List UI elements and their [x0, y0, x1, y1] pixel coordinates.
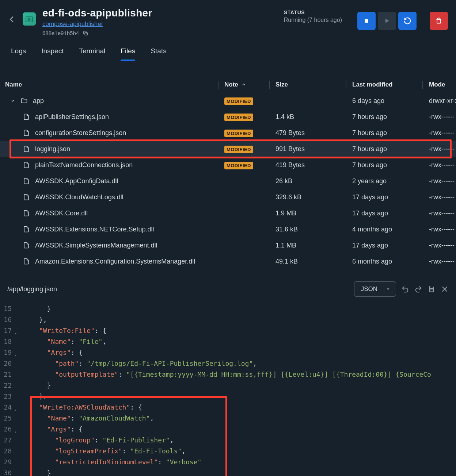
col-size[interactable]: Size	[276, 81, 352, 88]
svg-marker-8	[385, 19, 389, 23]
file-table: Name Note Size Last modified Mode appMOD…	[0, 77, 456, 269]
compose-link[interactable]: compose-apipublisher	[42, 20, 103, 28]
mode-cell: -rwx------	[429, 145, 456, 153]
modified-cell: 2 years ago	[352, 177, 429, 185]
folder-name-cell[interactable]: app	[5, 97, 224, 105]
back-button[interactable]	[8, 15, 16, 23]
file-name-cell[interactable]: configurationStoreSettings.json	[5, 129, 224, 137]
copy-icon[interactable]	[83, 30, 88, 36]
tab-terminal[interactable]: Terminal	[79, 47, 105, 60]
editor-path: /app/logging.json	[7, 285, 57, 293]
start-button[interactable]	[378, 12, 396, 30]
modified-cell: 4 months ago	[352, 226, 429, 233]
modified-cell: 7 hours ago	[352, 161, 429, 169]
size-cell: 31.6 kB	[276, 226, 352, 233]
header: ed-fi-ods-apipublisher compose-apipublis…	[0, 0, 456, 36]
undo-icon[interactable]	[401, 285, 409, 293]
action-buttons	[357, 12, 448, 30]
mode-cell: -rwx------	[429, 258, 456, 265]
status-label: STATUS	[284, 9, 342, 15]
svg-rect-12	[430, 289, 433, 292]
table-row[interactable]: logging.jsonMODIFIED991 Bytes7 hours ago…	[0, 141, 456, 157]
status-value: Running (7 hours ago)	[284, 17, 342, 23]
mode-cell: -rwx------	[429, 226, 456, 233]
mode-cell: -rwx------	[429, 177, 456, 185]
mode-cell: -rwx------	[429, 161, 456, 169]
file-name-cell[interactable]: plainTextNamedConnections.json	[5, 161, 224, 169]
modified-cell: 6 months ago	[352, 258, 429, 265]
table-row[interactable]: configurationStoreSettings.jsonMODIFIED4…	[0, 125, 456, 141]
stop-button[interactable]	[357, 12, 376, 30]
modified-cell: 7 hours ago	[352, 113, 429, 121]
status-block: STATUS Running (7 hours ago)	[284, 9, 342, 23]
modified-cell: 7 hours ago	[352, 145, 429, 153]
size-cell: 329.6 kB	[276, 193, 352, 201]
mode-cell: -rwx------	[429, 193, 456, 201]
svg-rect-7	[365, 19, 368, 23]
format-select[interactable]: JSON	[354, 281, 396, 297]
file-name-cell[interactable]: AWSSDK.AppConfigData.dll	[5, 177, 224, 185]
size-cell: 49.1 kB	[276, 258, 352, 265]
file-name-cell[interactable]: AWSSDK.Core.dll	[5, 210, 224, 217]
table-row[interactable]: AWSSDK.Core.dll1.9 MB17 days ago-rwx----…	[0, 205, 456, 221]
table-row[interactable]: AWSSDK.SimpleSystemsManagement.dll1.1 MB…	[0, 237, 456, 253]
table-row[interactable]: apiPublisherSettings.jsonMODIFIED1.4 kB7…	[0, 109, 456, 125]
redo-icon[interactable]	[414, 285, 422, 293]
note-cell: MODIFIED	[224, 113, 276, 121]
tab-logs[interactable]: Logs	[11, 47, 26, 60]
file-name-cell[interactable]: AWSSDK.CloudWatchLogs.dll	[5, 193, 224, 201]
table-row[interactable]: plainTextNamedConnections.jsonMODIFIED41…	[0, 157, 456, 173]
table-row[interactable]: appMODIFIED6 days agodrwxr-xr-x	[0, 93, 456, 109]
mode-cell: -rwx------	[429, 129, 456, 137]
save-icon[interactable]	[428, 285, 436, 293]
note-cell: MODIFIED	[224, 161, 276, 169]
mode-cell: -rwx------	[429, 113, 456, 121]
file-name-cell[interactable]: AWSSDK.Extensions.NETCore.Setup.dll	[5, 226, 224, 233]
modified-cell: 17 days ago	[352, 242, 429, 249]
table-row[interactable]: AWSSDK.AppConfigData.dll26 kB2 years ago…	[0, 173, 456, 189]
modified-cell: 6 days ago	[352, 97, 429, 105]
tabs: LogsInspectTerminalFilesStats	[0, 36, 456, 61]
close-icon[interactable]	[441, 285, 449, 293]
size-cell: 479 Bytes	[276, 129, 352, 137]
file-name-cell[interactable]: Amazon.Extensions.Configuration.SystemsM…	[5, 258, 224, 265]
container-hash: 688e1e91b5b4	[42, 30, 79, 36]
restart-button[interactable]	[398, 12, 417, 30]
code-editor[interactable]: 151617▾1819▾2021222324▾2526▾272829303132…	[0, 302, 456, 476]
mode-cell: -rwx------	[429, 242, 456, 249]
col-note[interactable]: Note	[224, 81, 276, 88]
col-mode[interactable]: Mode	[429, 81, 456, 88]
size-cell: 26 kB	[276, 177, 352, 185]
col-name[interactable]: Name	[5, 81, 224, 88]
note-cell: MODIFIED	[224, 129, 276, 137]
modified-cell: 17 days ago	[352, 210, 429, 217]
chevron-down-icon	[385, 287, 391, 292]
tab-files[interactable]: Files	[121, 47, 135, 60]
file-name-cell[interactable]: logging.json	[5, 145, 224, 153]
title-block: ed-fi-ods-apipublisher compose-apipublis…	[42, 7, 152, 36]
editor-toolbar: /app/logging.json JSON	[0, 276, 456, 302]
table-row[interactable]: AWSSDK.Extensions.NETCore.Setup.dll31.6 …	[0, 221, 456, 237]
mode-cell: drwxr-xr-x	[429, 97, 456, 105]
tab-inspect[interactable]: Inspect	[41, 47, 64, 60]
tab-stats[interactable]: Stats	[151, 47, 166, 60]
svg-rect-9	[437, 19, 441, 23]
file-name-cell[interactable]: AWSSDK.SimpleSystemsManagement.dll	[5, 242, 224, 249]
svg-rect-11	[430, 286, 433, 288]
table-row[interactable]: Amazon.Extensions.Configuration.SystemsM…	[0, 253, 456, 269]
delete-button[interactable]	[430, 12, 448, 30]
size-cell: 1.4 kB	[276, 113, 352, 121]
format-value: JSON	[361, 285, 377, 293]
svg-marker-10	[387, 288, 390, 290]
modified-cell: 17 days ago	[352, 193, 429, 201]
size-cell: 1.9 MB	[276, 210, 352, 217]
modified-cell: 7 hours ago	[352, 129, 429, 137]
col-modified[interactable]: Last modified	[352, 81, 429, 88]
file-name-cell[interactable]: apiPublisherSettings.json	[5, 113, 224, 121]
table-row[interactable]: AWSSDK.CloudWatchLogs.dll329.6 kB17 days…	[0, 189, 456, 205]
note-cell: MODIFIED	[224, 97, 276, 105]
note-cell: MODIFIED	[224, 145, 276, 153]
size-cell: 991 Bytes	[276, 145, 352, 153]
size-cell: 1.1 MB	[276, 242, 352, 249]
container-title: ed-fi-ods-apipublisher	[42, 7, 152, 19]
